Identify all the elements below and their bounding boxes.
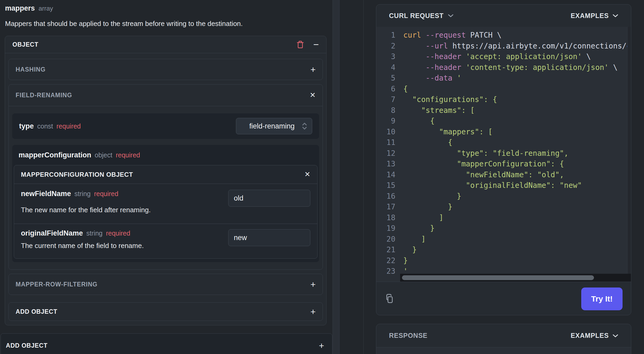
add-object-label: ADD OBJECT	[16, 308, 310, 315]
code-line: 20 ]	[376, 234, 631, 245]
mapper-configuration-card-header: MAPPERCONFIGURATION OBJECT ✕	[14, 165, 317, 184]
code-line-number: 2	[376, 41, 395, 52]
response-panel: RESPONSE EXAMPLES	[376, 324, 631, 354]
new-field-name-input[interactable]	[228, 190, 310, 207]
code-line: 10 "mappers": [	[376, 127, 631, 138]
response-body	[376, 347, 631, 354]
curl-request-dropdown[interactable]: CURL REQUEST	[389, 12, 454, 20]
mapper-configuration-card-title: MAPPERCONFIGURATION OBJECT	[21, 171, 304, 178]
code-line-number: 23	[376, 266, 395, 277]
code-line: 5 --data '	[376, 73, 631, 84]
code-line-number: 19	[376, 223, 395, 234]
minus-icon: −	[313, 40, 319, 49]
code-line: 8 "streams": [	[376, 105, 631, 116]
type-select[interactable]: field-renaming	[236, 118, 312, 134]
code-line-number: 17	[376, 202, 395, 213]
code-horizontal-scrollbar-track[interactable]	[400, 274, 631, 282]
original-field-name-required-badge: required	[106, 229, 130, 237]
code-line-number: 10	[376, 127, 395, 138]
chevron-down-icon	[448, 14, 454, 17]
plus-icon: +	[319, 341, 324, 350]
response-header: RESPONSE EXAMPLES	[376, 324, 631, 347]
close-icon: ✕	[310, 92, 316, 99]
original-field-name-description: The current name of the field to rename.	[21, 242, 220, 250]
collapse-object-button[interactable]: −	[313, 40, 319, 49]
copy-icon	[385, 294, 394, 304]
new-field-name-kind: string	[74, 190, 91, 198]
original-field-name-kind: string	[86, 229, 102, 237]
try-it-button[interactable]: Try It!	[581, 287, 623, 310]
curl-request-title: CURL REQUEST	[389, 12, 444, 20]
type-field-required-badge: required	[56, 122, 81, 130]
request-examples-dropdown[interactable]: EXAMPLES	[571, 12, 618, 20]
delete-object-button[interactable]	[296, 40, 304, 49]
remove-field-renaming-button[interactable]: ✕	[310, 92, 316, 99]
object-card-body: HASHING + FIELD-RENAMING ✕ type const r	[5, 53, 326, 321]
code-line-number: 16	[376, 191, 395, 202]
code-line-number: 6	[376, 84, 395, 95]
code-line: 6{	[376, 84, 631, 95]
code-line-number: 5	[376, 73, 395, 84]
code-line-number: 14	[376, 170, 395, 180]
code-line: 18 ]	[376, 213, 631, 223]
curl-panel-footer: Try It!	[376, 282, 631, 315]
code-line: 2 --url https://api.airbyte.com/v1/conne…	[376, 41, 631, 52]
close-icon: ✕	[304, 171, 310, 178]
section-mapper-row-filtering[interactable]: MAPPER-ROW-FILTERING +	[8, 274, 323, 295]
section-hashing-title: HASHING	[16, 66, 310, 73]
code-line-number: 7	[376, 94, 395, 105]
mapper-configuration-name: mapperConfiguration	[19, 149, 91, 161]
select-chevrons-icon	[301, 122, 308, 130]
code-line-number: 20	[376, 234, 395, 245]
section-field-renaming: FIELD-RENAMING ✕ type const required	[8, 84, 323, 270]
code-line: 11 {	[376, 137, 631, 148]
property-description: Mappers that should be applied to the st…	[5, 20, 243, 28]
code-line: 7 "configurations": {	[376, 94, 631, 105]
object-card: OBJECT − HASHING +	[5, 36, 327, 325]
code-line: 12 "type": "field-renaming",	[376, 148, 631, 159]
request-examples-label: EXAMPLES	[571, 12, 609, 20]
type-field-row: type const required field-renaming	[12, 113, 319, 139]
code-line: 4 --header 'content-type: application/js…	[376, 62, 631, 73]
code-horizontal-scrollbar-thumb[interactable]	[402, 275, 594, 280]
code-line-number: 11	[376, 137, 395, 148]
original-field-name-input[interactable]	[228, 229, 310, 246]
code-line: 3 --header 'accept: application/json' \	[376, 51, 631, 62]
code-line: 14 "newFieldName": "old",	[376, 170, 631, 180]
plus-icon: +	[310, 280, 316, 289]
response-examples-dropdown[interactable]: EXAMPLES	[571, 332, 618, 339]
code-vertical-scrollbar[interactable]	[627, 27, 631, 282]
chevron-down-icon	[612, 14, 618, 17]
pane-scrollbar[interactable]	[333, 0, 339, 354]
schema-editor-pane: mappers array Mappers that should be app…	[0, 0, 333, 354]
response-title: RESPONSE	[389, 332, 427, 339]
section-field-renaming-body: type const required field-renaming	[9, 106, 323, 262]
code-line: 9 {	[376, 116, 631, 127]
code-line-number: 12	[376, 148, 395, 159]
code-area: 1curl --request PATCH \2 --url https://a…	[376, 27, 631, 282]
remove-mapper-configuration-button[interactable]: ✕	[304, 171, 310, 178]
code-line: 13 "mapperConfiguration": {	[376, 159, 631, 170]
copy-code-button[interactable]	[385, 294, 394, 304]
code-line: 16 }	[376, 191, 631, 202]
code-line-number: 18	[376, 213, 395, 223]
code-line-number: 1	[376, 30, 395, 41]
mapper-configuration-panel: mapperConfiguration object required MAPP…	[12, 145, 319, 262]
add-object-button-inner[interactable]: ADD OBJECT +	[8, 302, 323, 321]
code-line: 15 "originalFieldName": "new"	[376, 180, 631, 191]
chevron-down-icon	[612, 334, 618, 338]
code-block: 1curl --request PATCH \2 --url https://a…	[376, 27, 631, 277]
type-select-value: field-renaming	[243, 122, 301, 130]
type-field-kind: const	[37, 122, 53, 130]
code-line-number: 13	[376, 159, 395, 170]
section-hashing[interactable]: HASHING +	[8, 59, 323, 80]
property-type: array	[39, 5, 53, 12]
add-object-button-outer[interactable]: ADD OBJECT +	[1, 333, 332, 354]
object-card-title: OBJECT	[12, 41, 296, 48]
code-line-number: 21	[376, 245, 395, 255]
response-examples-label: EXAMPLES	[571, 332, 609, 339]
property-header: mappers array	[5, 4, 53, 12]
type-field-name: type	[19, 122, 34, 130]
code-line-number: 15	[376, 180, 395, 191]
section-mapper-row-filtering-title: MAPPER-ROW-FILTERING	[16, 281, 310, 288]
